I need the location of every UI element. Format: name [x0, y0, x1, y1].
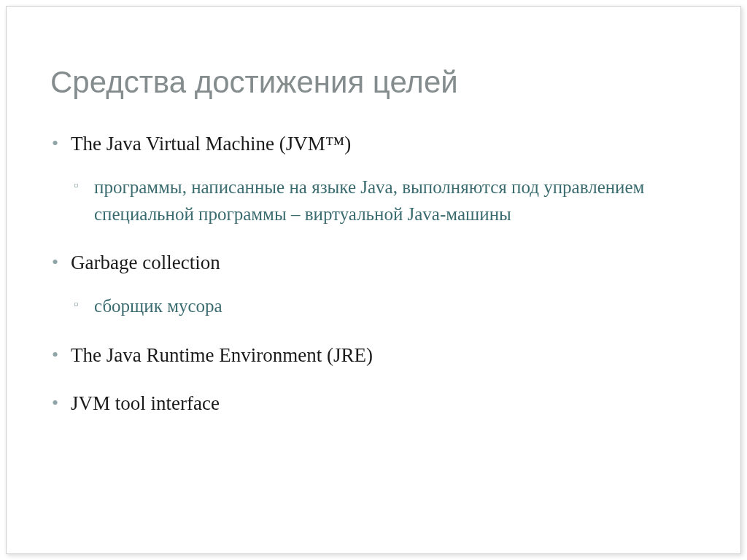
bullet-item: Garbage collection сборщик мусора: [71, 249, 697, 320]
bullet-text: JVM tool interface: [71, 392, 220, 414]
bullet-item: JVM tool interface: [71, 390, 697, 416]
bullet-text: Garbage collection: [71, 252, 220, 273]
bullet-text: The Java Runtime Environment (JRE): [71, 344, 373, 366]
sub-item: сборщик мусора: [94, 293, 697, 319]
sub-list: сборщик мусора: [71, 293, 697, 319]
bullet-item: The Java Runtime Environment (JRE): [71, 342, 697, 368]
sub-list: программы, написанные на языке Java, вып…: [71, 174, 697, 228]
slide-title: Средства достижения целей: [50, 65, 697, 100]
slide-frame: Средства достижения целей The Java Virtu…: [6, 6, 741, 554]
bullet-item: The Java Virtual Machine (JVM™) программ…: [71, 131, 697, 228]
bullet-list: The Java Virtual Machine (JVM™) программ…: [50, 131, 697, 417]
sub-item: программы, написанные на языке Java, вып…: [94, 174, 697, 228]
bullet-text: The Java Virtual Machine (JVM™): [71, 133, 351, 155]
